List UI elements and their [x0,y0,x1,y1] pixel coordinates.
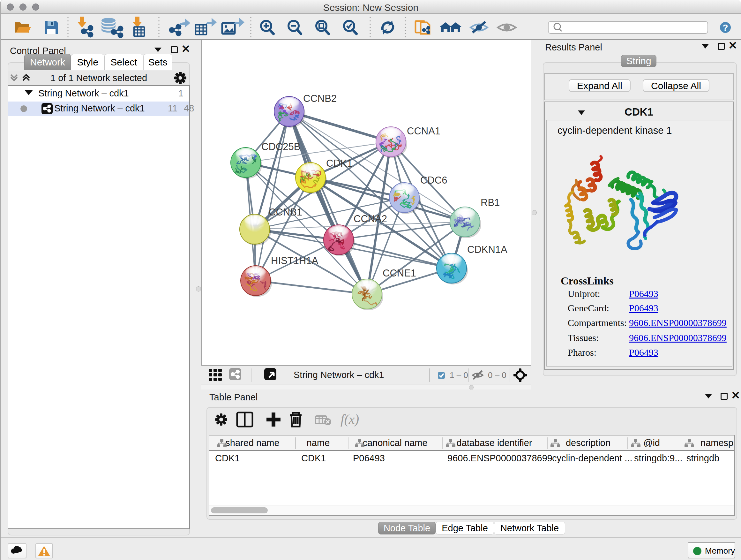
svg-text:String Network – cdk1: String Network – cdk1 [293,370,384,380]
svg-text:0 – 0: 0 – 0 [488,370,507,380]
svg-text:CCNA1: CCNA1 [407,125,441,137]
svg-text:CDC25B: CDC25B [261,141,300,152]
svg-text:CDKN1A: CDKN1A [467,244,508,255]
svg-text:RB1: RB1 [481,197,500,208]
svg-text:CCNA2: CCNA2 [354,213,387,225]
svg-text:CDK1: CDK1 [326,158,353,169]
svg-text:HIST1H1A: HIST1H1A [271,255,318,266]
svg-text:CDC6: CDC6 [420,175,447,186]
svg-text:1 – 0: 1 – 0 [450,370,468,380]
svg-text:CCNE1: CCNE1 [383,267,416,279]
svg-text:CCNB2: CCNB2 [303,93,337,104]
svg-text:?: ? [723,23,728,33]
svg-text:f(x): f(x) [340,412,359,427]
svg-text:CCNB1: CCNB1 [269,206,302,218]
